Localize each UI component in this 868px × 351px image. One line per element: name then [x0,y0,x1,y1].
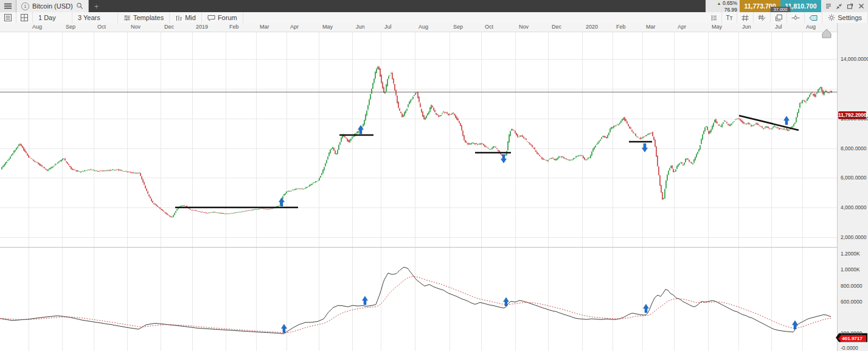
axis-label: 800.0000 [841,283,862,289]
trading-app-window: 1 Bitcoin (USD) + ▲ 0.65% 76.99 11,773.7… [0,0,868,351]
axis-label: 600.0000 [841,299,862,305]
pane-divider[interactable] [0,247,868,248]
home-icon[interactable] [822,29,831,38]
axis-label: -0.0000 [841,345,858,351]
axis-label: 4,000.0000 [841,204,867,210]
axis-label: 1.0000K [841,266,860,273]
axis-label: 10,000.0000 [841,116,868,122]
axis-label: 8,000.0000 [841,145,867,151]
price-axis[interactable]: 11,792.2000 401.9717 14,000.000010,000.0… [837,23,868,351]
axis-label: 200.0000 [841,330,862,336]
axis-label: 2,000.0000 [841,234,867,240]
axis-label: 1.2000K [841,251,860,257]
chart-canvas[interactable] [0,0,868,351]
axis-label: 6,000.0000 [841,175,867,181]
candlestick-series [1,66,832,218]
axis-label: 14,000.0000 [841,56,868,62]
horizontal-gridlines [0,60,838,238]
